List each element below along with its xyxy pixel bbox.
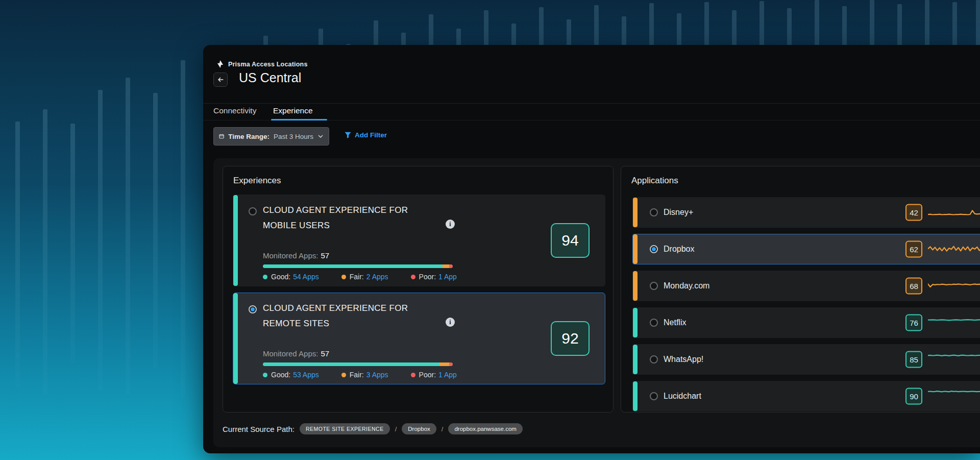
chevron-down-icon: [317, 133, 324, 139]
poor-segment: [449, 264, 453, 268]
header-divider: [203, 103, 980, 104]
poor-label: Poor:: [419, 371, 436, 379]
application-name: Lucidchart: [664, 392, 701, 401]
experience-radio[interactable]: [249, 305, 257, 313]
score-badge: 68: [905, 278, 922, 295]
good-dot-icon: [263, 373, 267, 377]
application-row[interactable]: Dropbox 62: [632, 234, 980, 264]
monitored-apps-label: Monitored Apps:: [263, 251, 318, 260]
apps-distribution-bar: [263, 264, 453, 268]
good-label: Good:: [271, 371, 290, 379]
application-name: Netflix: [664, 318, 686, 327]
fair-value[interactable]: 2 Apps: [366, 273, 388, 281]
add-filter-button[interactable]: Add Filter: [345, 131, 387, 139]
breadcrumb: Prisma Access Locations: [216, 60, 308, 68]
radio-dot-icon: [251, 307, 255, 311]
main-panel: Prisma Access Locations US Central Conne…: [203, 45, 980, 453]
good-label: Good:: [271, 273, 290, 281]
poor-dot-icon: [411, 373, 415, 377]
status-accent-bar: [633, 381, 638, 411]
app-name-label: Prisma Access Locations: [228, 61, 308, 68]
experience-card[interactable]: CLOUD AGENT EXPERIENCE FOR REMOTE SITES …: [233, 293, 605, 384]
score-badge: 42: [905, 204, 922, 221]
status-accent-bar: [633, 345, 638, 374]
monitored-apps: Monitored Apps:57: [263, 349, 329, 358]
poor-segment: [449, 362, 453, 366]
source-path-chip-experience[interactable]: REMOTE SITE EXPERIENCE: [300, 423, 390, 434]
application-row[interactable]: Netflix 76: [632, 307, 980, 338]
tab-connectivity[interactable]: Connectivity: [213, 106, 256, 115]
score-badge: 62: [905, 241, 922, 258]
tab-experience[interactable]: Experience: [273, 106, 313, 115]
experience-card[interactable]: CLOUD AGENT EXPERIENCE FOR MOBILE USERS …: [233, 195, 605, 286]
application-radio[interactable]: [650, 355, 658, 364]
source-path-label: Current Source Path:: [223, 425, 295, 433]
score-sparkline: [928, 278, 980, 294]
monitored-apps-value: 57: [321, 349, 329, 358]
fair-label: Fair:: [350, 371, 364, 379]
application-row[interactable]: Monday.com 68: [632, 271, 980, 301]
application-name: Dropbox: [664, 245, 694, 254]
apps-legend: Good:54 Apps Fair:2 Apps Poor:1 App: [263, 273, 457, 281]
poor-value[interactable]: 1 App: [438, 371, 457, 379]
applications-panel-title: Applications: [631, 176, 678, 186]
application-name: Monday.com: [664, 281, 709, 290]
score-badge: 85: [905, 351, 922, 368]
score-sparkline: [928, 241, 980, 257]
fair-dot-icon: [341, 373, 346, 377]
status-accent-bar: [633, 198, 638, 227]
active-tab-indicator: [271, 119, 327, 120]
experience-title: CLOUD AGENT EXPERIENCE FOR MOBILE USERS: [263, 203, 440, 233]
info-icon[interactable]: i: [446, 220, 455, 229]
application-radio[interactable]: [650, 392, 658, 400]
source-path-chip-app[interactable]: Dropbox: [402, 423, 436, 434]
application-name: WhatsApp!: [664, 355, 703, 364]
source-path-chip-domain[interactable]: dropbox.panwsase.com: [448, 423, 522, 434]
good-segment: [263, 362, 439, 366]
good-value[interactable]: 54 Apps: [293, 273, 319, 281]
application-row[interactable]: Disney+ 42: [632, 197, 980, 228]
score-badge: 90: [905, 388, 922, 405]
applications-panel: Applications Disney+ 42 Dropbox 62 Monda…: [621, 166, 980, 413]
apps-legend: Good:53 Apps Fair:3 Apps Poor:1 App: [263, 371, 457, 379]
content-wrapper: Experiences CLOUD AGENT EXPERIENCE FOR M…: [213, 158, 980, 447]
filter-icon: [345, 132, 351, 138]
radio-dot-icon: [652, 247, 656, 251]
application-name: Disney+: [664, 208, 693, 217]
path-separator: /: [395, 425, 397, 433]
back-button[interactable]: [213, 72, 228, 87]
fair-segment: [443, 264, 449, 268]
experience-title: CLOUD AGENT EXPERIENCE FOR REMOTE SITES: [263, 301, 440, 331]
good-value[interactable]: 53 Apps: [293, 371, 319, 379]
experience-accent-bar: [233, 195, 238, 286]
application-radio[interactable]: [650, 282, 658, 290]
experience-score-badge: 92: [551, 321, 590, 356]
background-stripe: [15, 122, 20, 387]
application-row[interactable]: WhatsApp! 85: [632, 344, 980, 375]
fair-value[interactable]: 3 Apps: [366, 371, 388, 379]
application-radio[interactable]: [650, 208, 658, 216]
background-stripe: [98, 90, 103, 391]
calendar-icon: [219, 133, 224, 140]
prisma-logo-icon: [216, 60, 224, 68]
status-accent-bar: [633, 271, 638, 301]
time-range-dropdown[interactable]: Time Range: Past 3 Hours: [213, 127, 329, 146]
score-sparkline: [928, 352, 980, 367]
background-stripe: [43, 109, 47, 395]
experience-radio[interactable]: [249, 207, 257, 215]
application-row[interactable]: Lucidchart 90: [632, 381, 980, 411]
applications-list: Disney+ 42 Dropbox 62 Monday.com 68 Netf…: [632, 197, 980, 418]
score-sparkline: [928, 205, 980, 220]
monitored-apps-value: 57: [321, 251, 329, 260]
application-radio[interactable]: [650, 245, 658, 253]
info-icon[interactable]: i: [446, 318, 455, 327]
status-accent-bar: [633, 234, 638, 264]
fair-label: Fair:: [350, 273, 364, 281]
monitored-apps-label: Monitored Apps:: [263, 349, 318, 358]
path-separator: /: [442, 425, 444, 433]
poor-value[interactable]: 1 App: [438, 273, 457, 281]
poor-dot-icon: [411, 275, 415, 279]
apps-distribution-bar: [263, 362, 453, 366]
page-title: US Central: [239, 70, 301, 85]
application-radio[interactable]: [650, 319, 658, 327]
